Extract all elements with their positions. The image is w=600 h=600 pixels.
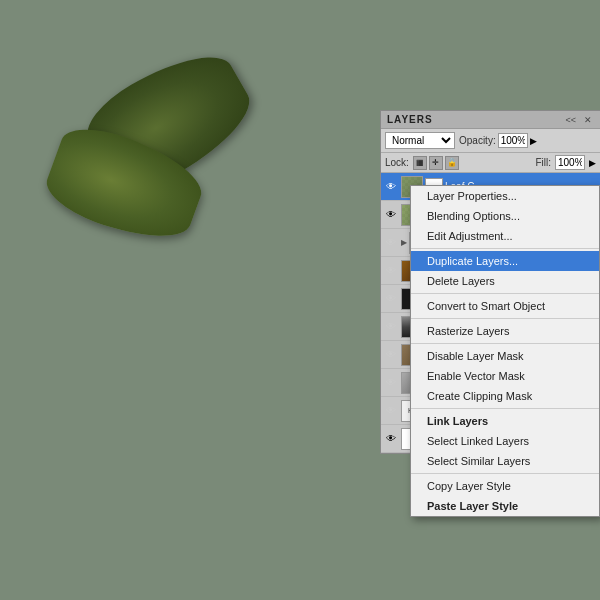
menu-item-rasterize-layers[interactable]: Rasterize Layers [411,321,599,341]
menu-separator [411,318,599,319]
menu-item-paste-layer-style[interactable]: Paste Layer Style [411,496,599,516]
menu-item-link-layers[interactable]: Link Layers [411,411,599,431]
menu-item-copy-layer-style[interactable]: Copy Layer Style [411,476,599,496]
fill-arrow[interactable]: ▶ [589,158,596,168]
opacity-arrow[interactable]: ▶ [530,136,537,146]
menu-item-blending-options[interactable]: Blending Options... [411,206,599,226]
leaf-container [30,60,310,360]
visibility-icon[interactable]: 👁 [383,319,399,335]
menu-item-convert-smart[interactable]: Convert to Smart Object [411,296,599,316]
blend-mode-select[interactable]: Normal [385,132,455,149]
menu-item-edit-adjustment[interactable]: Edit Adjustment... [411,226,599,246]
lock-move-icon[interactable]: ✛ [429,156,443,170]
visibility-icon[interactable]: 👁 [383,347,399,363]
visibility-icon[interactable]: 👁 [383,291,399,307]
menu-separator [411,293,599,294]
layers-panel-title: LAYERS [387,114,433,125]
fill-label: Fill: [535,157,551,168]
menu-item-disable-layer-mask[interactable]: Disable Layer Mask [411,346,599,366]
visibility-icon[interactable]: 👁 [383,375,399,391]
menu-item-enable-vector-mask[interactable]: Enable Vector Mask [411,366,599,386]
visibility-icon[interactable]: 👁 [383,179,399,195]
opacity-input[interactable]: 100% [498,133,528,148]
context-menu: Layer Properties... Blending Options... … [410,185,600,517]
lock-all-icon[interactable]: 🔒 [445,156,459,170]
layers-title-bar: LAYERS << ✕ [381,111,600,129]
menu-separator [411,473,599,474]
fill-input[interactable]: 100% [555,155,585,170]
panel-controls: << ✕ [563,115,594,125]
lock-icons: ▦ ✛ 🔒 [413,156,459,170]
menu-item-delete-layers[interactable]: Delete Layers [411,271,599,291]
menu-separator [411,408,599,409]
layers-options-row: Normal Opacity: 100% ▶ [381,129,600,153]
menu-item-layer-properties[interactable]: Layer Properties... [411,186,599,206]
visibility-icon[interactable]: 👁 [383,263,399,279]
menu-separator [411,343,599,344]
menu-separator [411,248,599,249]
visibility-icon[interactable]: 👁 [383,207,399,223]
opacity-row: Opacity: 100% ▶ [459,133,537,148]
opacity-label: Opacity: [459,135,496,146]
menu-item-create-clipping-mask[interactable]: Create Clipping Mask [411,386,599,406]
expand-icon[interactable]: ▶ [401,238,407,247]
menu-item-duplicate-layers[interactable]: Duplicate Layers... [411,251,599,271]
lock-pixels-icon[interactable]: ▦ [413,156,427,170]
visibility-icon[interactable]: 👁 [383,235,399,251]
panel-close-btn[interactable]: ✕ [582,115,594,125]
menu-item-select-linked-layers[interactable]: Select Linked Layers [411,431,599,451]
visibility-icon[interactable]: 👁 [383,431,399,447]
visibility-icon[interactable]: 👁 [383,403,399,419]
layers-lock-row: Lock: ▦ ✛ 🔒 Fill: 100% ▶ [381,153,600,173]
menu-item-select-similar-layers[interactable]: Select Similar Layers [411,451,599,471]
lock-label: Lock: [385,157,409,168]
panel-collapse-btn[interactable]: << [563,115,578,125]
